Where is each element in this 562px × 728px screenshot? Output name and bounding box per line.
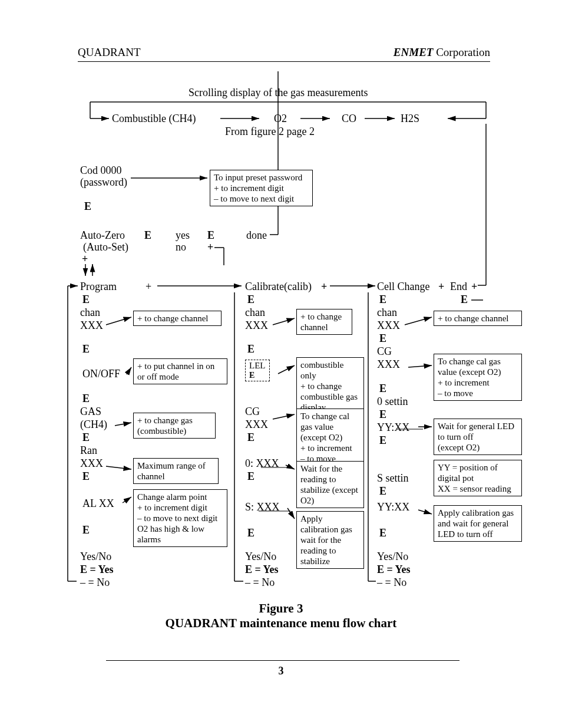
cc-yesno: Yes/No (377, 550, 408, 564)
program-e2: E (82, 342, 90, 356)
program-e3: E (82, 392, 90, 406)
cc-xxx2: XXX (377, 358, 400, 371)
az-done: done (246, 229, 267, 242)
pw-note: To input preset password + to increment … (210, 170, 313, 206)
svg-line-30 (405, 317, 432, 325)
cc-cg-note: To change cal gas value (except O2) + to… (434, 354, 522, 401)
calib-zero-note: Wait for the reading to stabilize (excep… (296, 461, 364, 508)
svg-line-23 (106, 466, 131, 469)
program-e: E (82, 293, 90, 307)
cc-sset: S settin (377, 472, 409, 485)
az-plus: + (82, 252, 88, 266)
svg-line-29 (287, 508, 295, 519)
from-figure: From figure 2 page 2 (225, 125, 315, 139)
cc-end: End (450, 280, 467, 294)
program-ch4: (CH4) (80, 418, 107, 431)
cc-yy2: YY:XX (377, 500, 409, 514)
calib-chan-note: + to change channel (296, 309, 352, 335)
program-xxx: XXX (80, 319, 103, 332)
header-right-plain: Corporation (433, 46, 490, 58)
calib-lel-note: combustible only + to change combustible… (296, 357, 364, 415)
footer-rule (106, 660, 459, 661)
program-gas-note: + to change gas (combustible) (133, 413, 216, 439)
program-gas: GAS (80, 405, 101, 419)
svg-line-21 (127, 367, 131, 374)
calib-e2: E (247, 342, 254, 356)
cc-cg: CG (377, 345, 392, 358)
header-right: ENMET Corporation (394, 46, 490, 59)
calib-s-note: Apply calibration gas wait for the readi… (296, 511, 364, 569)
calib-e4: E (247, 470, 254, 483)
pw-note3: – to move to next digit (214, 193, 309, 204)
program-nno: – = No (80, 576, 110, 589)
title: Scrolling display of the gas measurement… (189, 86, 368, 100)
cc-e3: E (379, 382, 386, 396)
node-h2s: H2S (401, 112, 419, 126)
node-co: CO (342, 112, 356, 126)
caption-fig: Figure 3 (0, 601, 562, 616)
svg-line-20 (106, 317, 131, 325)
calib-cg: CG (245, 405, 260, 419)
program-onoff: ON/OFF (82, 367, 120, 381)
cc-e6: E (379, 485, 386, 498)
cc-e5: E (379, 434, 386, 447)
calib-e: E (247, 293, 254, 307)
page-number: 3 (0, 665, 562, 677)
program-onoff-note: + to put channel in on or off mode (133, 358, 227, 384)
calib-lel-e: E (249, 371, 266, 381)
program-e5: E (82, 470, 90, 483)
cc-zeroset: 0 settin (377, 395, 408, 409)
cc-nno: – = No (377, 576, 406, 589)
cc-eyes: E = Yes (377, 563, 411, 577)
program-ran: Ran (80, 444, 97, 457)
svg-line-28 (286, 465, 295, 469)
calib-plus: + (321, 280, 327, 294)
program-yesno: Yes/No (80, 550, 111, 564)
svg-line-33 (418, 510, 432, 514)
svg-line-26 (278, 365, 295, 374)
az-no: no (176, 241, 186, 254)
calib-cg-note: To change cal gas value (except O2) + to… (296, 409, 364, 466)
caption: Figure 3 QUADRANT maintenance menu flow … (0, 601, 562, 631)
calib-xxx2: XXX (245, 418, 268, 431)
cc-plus: + (438, 280, 444, 294)
cc-chan-note: + to change channel (434, 311, 522, 326)
as: (Auto-Set) (83, 241, 128, 254)
calib-e3: E (247, 431, 254, 444)
calib-lel-box: LEL E (245, 360, 270, 381)
svg-line-25 (273, 318, 295, 325)
program-eyes: E = Yes (80, 563, 114, 577)
cc-yy-explain: YY = position of digital pot XX = sensor… (434, 460, 522, 496)
program-al: AL XX (82, 497, 114, 510)
program-al-note: Change alarm point + to increment digit … (133, 489, 227, 547)
program-plus: + (146, 280, 151, 294)
node-combustible: Combustible (CH4) (112, 112, 196, 126)
node-o2: O2 (274, 112, 287, 126)
cc-e4: E (379, 408, 386, 421)
program-xxx2: XXX (80, 457, 103, 470)
program-ran-note: Maximum range of channel (133, 458, 219, 484)
calib-lel: LEL (249, 360, 266, 371)
program: Program (80, 280, 117, 294)
header-left: QUADRANT (78, 46, 141, 59)
svg-line-27 (273, 414, 295, 419)
cc-yy1: YY:XX (377, 421, 409, 434)
cc: Cell Change (377, 280, 429, 294)
svg-line-22 (115, 423, 131, 426)
cc-xxx: XXX (377, 319, 400, 332)
program-e4: E (82, 431, 90, 444)
calib-zero: 0: XXX (245, 457, 279, 470)
pw-e: E (84, 200, 91, 213)
calib-chan: chan (245, 306, 265, 319)
program-e6: E (82, 523, 90, 537)
cc-yy1-note: Wait for general LED to turn off (except… (434, 419, 522, 455)
calib-yesno: Yes/No (245, 550, 276, 564)
pw-note1: To input preset password (214, 172, 309, 183)
pw-note2: + to increment digit (214, 183, 309, 193)
svg-line-31 (408, 365, 432, 367)
program-chan: chan (80, 306, 100, 319)
pw: (password) (80, 176, 127, 189)
calib-e5: E (247, 526, 254, 540)
svg-line-24 (123, 497, 131, 503)
cc-e-end: E (461, 293, 468, 307)
